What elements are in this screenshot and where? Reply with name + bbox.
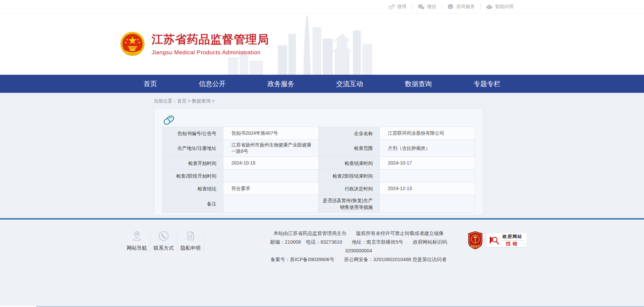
card-icon-row [162,113,475,127]
footer-info-line: 邮编：210008 电话：83273610 地址：南京市鼓楼街5号 政府网站标识… [264,238,453,255]
find-error-badge[interactable]: 政府网站 找错 [486,233,527,247]
field-value: 告知书2024年第407号 [223,127,319,140]
phone-icon [150,230,177,242]
field-label: 行政决定时间 [319,182,380,195]
badge-find-error-label: 找错 [501,241,524,247]
field-label: 检查2阶段开始时间 [162,170,223,182]
table-row: 检查结论符合要求行政决定时间2024-12-13 [162,182,475,195]
field-label: 备注 [162,195,223,213]
content-area: 当前位置：首页 > 数据查询 > 告知书编号/公告号告知书2024年第407号企… [0,93,644,218]
nav-item-2[interactable]: 政务服务 [267,78,295,90]
main-nav-items: 首页信息公开政务服务交流互动数据查询专题专栏 [143,75,501,93]
field-label: 检查范围 [319,140,380,157]
privacy-doc-icon [177,230,204,242]
table-row: 检查开始时间2024-10-15检查结束时间2024-10-17 [162,157,475,170]
breadcrumb-link[interactable]: 数据查询 [192,98,211,104]
top-utility-bar: 微博微信咨询服务智能问答 [0,0,644,13]
field-label: 生产地址/注册地址 [162,140,223,157]
breadcrumb-separator: > [212,98,215,104]
footer-badges: 党政机关 政府网站 找错 [468,231,527,250]
field-label: 企业名称 [319,127,380,140]
nav-item-4[interactable]: 数据查询 [404,78,432,90]
table-row: 生产地址/注册地址江苏省扬州市扬州生物健康产业园健康一路9号检查范围片剂（含抗肿… [162,140,475,157]
footer-links: 网站导航联系方式隐私申明 [123,228,204,255]
table-row: 备注是否涉及暂停(恢复)生产销售使用等措施 [162,195,475,213]
record-card: 告知书编号/公告号告知书2024年第407号企业名称江苏联环药业股份有限公司生产… [154,108,483,215]
brand-text: 江苏省药品监督管理局 Jiangsu Medical Products Admi… [152,32,269,56]
breadcrumb: 当前位置：首页 > 数据查询 > [0,93,644,104]
site-subtitle: Jiangsu Medical Products Administration [152,49,269,56]
svg-text:党政机关: 党政机关 [470,245,480,248]
field-value: 符合要求 [223,182,319,195]
field-label: 告知书编号/公告号 [162,127,223,140]
footer-info-line: 本站由江苏省药品监督管理局主办 版权所有未经许可禁止转载或者建立镜像 [264,229,453,238]
consult-bubble-icon [447,4,454,10]
nav-item-5[interactable]: 专题专栏 [473,78,501,90]
topbar-link-label: 微博 [397,4,407,10]
nav-item-1[interactable]: 信息公开 [198,78,226,90]
inspection-record-table: 告知书编号/公告号告知书2024年第407号企业名称江苏联环药业股份有限公司生产… [162,127,475,213]
topbar-link-label: 咨询服务 [456,4,475,10]
topbar-link-label: 智能问答 [495,4,514,10]
find-error-badge-text: 政府网站 找错 [501,234,524,247]
footer-info-line: 备案号：苏ICP备09039606号 苏公网安备：32010602010488 … [264,255,453,264]
site-header: 江苏省药品监督管理局 Jiangsu Medical Products Admi… [0,13,644,75]
weibo-icon [388,4,395,10]
footer-link-privacy-doc[interactable]: 隐私申明 [177,228,204,255]
nav-item-3[interactable]: 交流互动 [335,78,364,90]
wechat-icon [418,4,425,10]
topbar-link-robot[interactable]: 智能问答 [480,4,519,10]
topbar-link-consult-bubble[interactable]: 咨询服务 [442,4,480,10]
breadcrumb-link[interactable]: 首页 [177,98,186,104]
field-value: 2024-10-15 [223,157,319,170]
table-row: 检查2阶段开始时间检查2阶段结束时间 [162,170,475,182]
field-label: 是否涉及暂停(恢复)生产销售使用等措施 [319,195,380,213]
field-value: 片剂（含抗肿瘤类） [380,140,475,157]
pill-capsule-icon [162,113,175,126]
topbar-link-weibo[interactable]: 微博 [383,4,412,10]
map-pin-icon [123,230,150,242]
topbar-link-wechat[interactable]: 微信 [412,4,442,10]
footer-link-map-pin[interactable]: 网站导航 [123,228,150,255]
footer-link-phone[interactable]: 联系方式 [150,228,177,255]
field-label: 检查结束时间 [319,157,380,170]
field-label: 检查2阶段结束时间 [319,170,380,182]
field-label: 检查结论 [162,182,223,195]
brand: 江苏省药品监督管理局 Jiangsu Medical Products Admi… [120,31,269,57]
field-value: 2024-12-13 [380,182,475,195]
field-label: 检查开始时间 [162,157,223,170]
field-value [223,170,319,182]
breadcrumb-separator: > [188,98,191,104]
party-gov-shield-badge[interactable]: 党政机关 [468,231,483,250]
site-title: 江苏省药品监督管理局 [152,32,269,47]
footer-link-label: 联系方式 [150,245,177,251]
breadcrumb-prefix: 当前位置： [154,98,177,104]
main-nav: 首页信息公开政务服务交流互动数据查询专题专栏 [0,75,644,93]
nav-item-0[interactable]: 首页 [143,78,158,90]
field-value [380,170,475,182]
national-emblem-logo [120,31,145,57]
footer-link-label: 隐私申明 [177,245,204,251]
field-value: 江苏联环药业股份有限公司 [380,127,475,140]
table-row: 告知书编号/公告号告知书2024年第407号企业名称江苏联环药业股份有限公司 [162,127,475,140]
site-footer: 网站导航联系方式隐私申明 本站由江苏省药品监督管理局主办 版权所有未经许可禁止转… [0,220,644,306]
find-error-magnifier-icon [489,235,499,245]
field-value [380,195,475,213]
field-value: 2024-10-17 [380,157,475,170]
field-value: 江苏省扬州市扬州生物健康产业园健康一路9号 [223,140,319,157]
footer-link-label: 网站导航 [123,245,150,251]
field-value [223,195,319,213]
robot-icon [486,4,493,10]
badge-site-label: 政府网站 [501,234,524,241]
footer-info-text: 本站由江苏省药品监督管理局主办 版权所有未经许可禁止转载或者建立镜像邮编：210… [264,229,453,264]
topbar-link-label: 微信 [427,4,436,10]
